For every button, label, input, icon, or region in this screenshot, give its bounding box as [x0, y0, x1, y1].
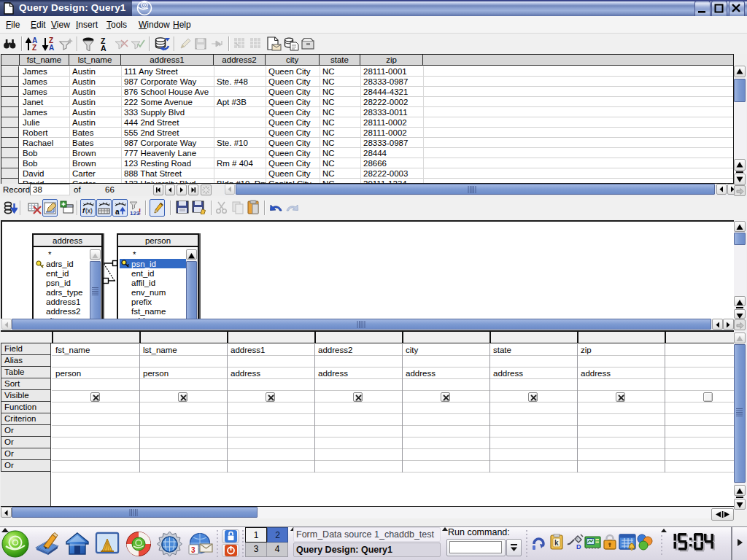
svg-text:D: D	[576, 543, 581, 551]
svg-text:!: !	[139, 208, 141, 216]
svg-text:a: a	[115, 208, 120, 215]
svg-text:A: A	[101, 44, 107, 52]
svg-text:(x): (x)	[85, 207, 93, 214]
svg-text:3: 3	[191, 546, 196, 554]
svg-text:A: A	[49, 44, 54, 51]
svg-text:Z: Z	[32, 44, 36, 51]
svg-text:k: k	[554, 539, 559, 547]
